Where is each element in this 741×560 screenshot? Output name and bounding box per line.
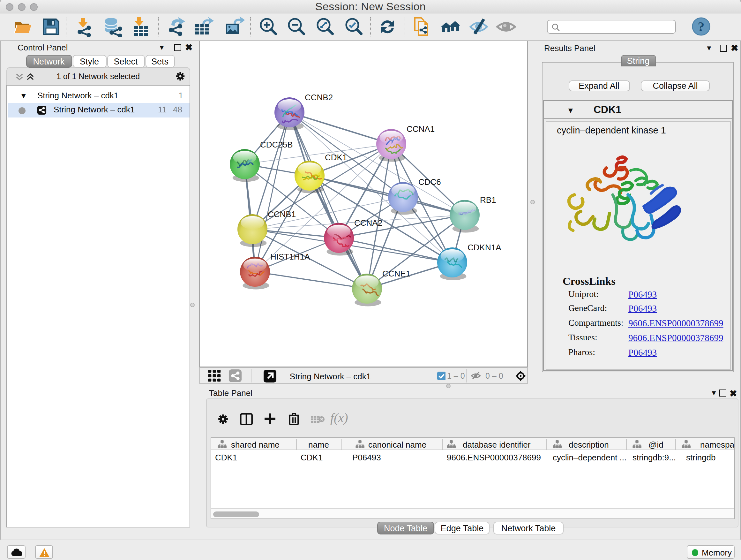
svg-text:CDKN1A: CDKN1A (467, 242, 501, 252)
svg-text:RB1: RB1 (480, 195, 496, 204)
svg-text:CCNE1: CCNE1 (382, 268, 410, 278)
svg-text:HIST1H1A: HIST1H1A (270, 252, 310, 261)
svg-text:CDC25B: CDC25B (260, 139, 293, 149)
svg-text:CCNB1: CCNB1 (267, 209, 295, 219)
svg-text:CDC6: CDC6 (418, 177, 441, 186)
svg-text:?: ? (698, 19, 704, 34)
svg-text:CCNB2: CCNB2 (305, 92, 333, 102)
svg-text:CDK1: CDK1 (325, 152, 347, 162)
svg-text:CCNA2: CCNA2 (354, 218, 382, 227)
svg-text:CCNA1: CCNA1 (406, 124, 434, 133)
